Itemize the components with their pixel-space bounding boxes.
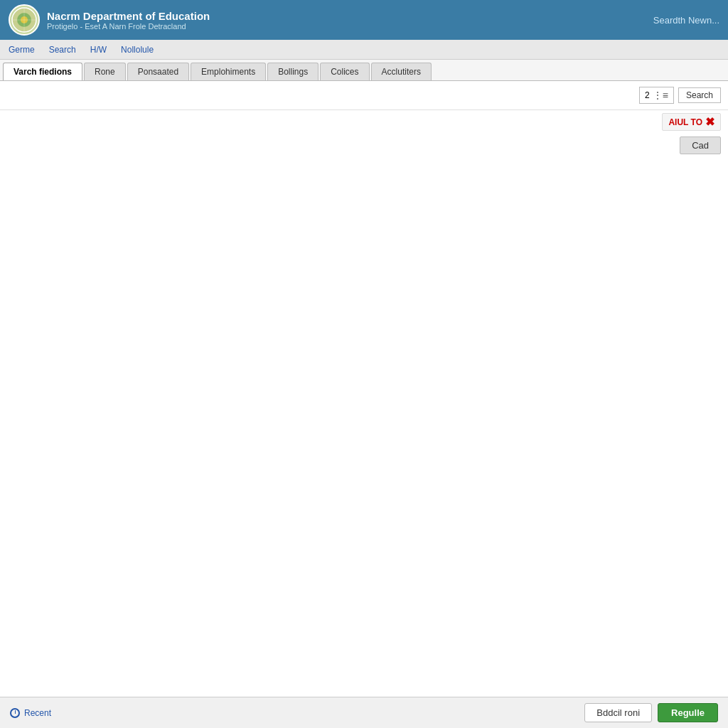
footer-left[interactable]: Recent xyxy=(10,708,51,718)
tags-row: AIUL TO ✖ xyxy=(0,110,728,134)
menu-item-search[interactable]: Search xyxy=(46,43,79,56)
tabs-bar: Varch fiedions Rone Ponsaated Emplohimen… xyxy=(0,60,728,81)
search-button[interactable]: Search xyxy=(678,87,721,103)
menubar: Germe Search H/W Nollolule xyxy=(0,40,728,60)
page-number: 2 xyxy=(645,90,650,100)
tab-varch-fiedions[interactable]: Varch fiedions xyxy=(3,63,82,80)
header-left: Nacrm Department of Education Protigelo … xyxy=(9,4,210,36)
page-indicator: 2 ⋮≡ xyxy=(639,87,674,104)
header-title-block: Nacrm Department of Education Protigelo … xyxy=(47,10,210,31)
tab-colices[interactable]: Colices xyxy=(320,63,369,80)
filter-icon: ⋮≡ xyxy=(653,90,668,101)
secondary-footer-button[interactable]: Bddcil roni xyxy=(584,703,652,722)
footer-right: Bddcil roni Regulle xyxy=(584,703,718,722)
tab-ponsaated[interactable]: Ponsaated xyxy=(127,63,189,80)
header-subtitle: Protigelo - Eset A Narn Frole Detracland xyxy=(47,22,210,31)
primary-footer-button[interactable]: Regulle xyxy=(658,703,718,722)
tab-rone[interactable]: Rone xyxy=(84,63,126,80)
tag-label: AIUL TO xyxy=(668,117,702,127)
tab-bollings[interactable]: Bollings xyxy=(267,63,318,80)
recent-icon xyxy=(10,708,20,718)
header: Nacrm Department of Education Protigelo … xyxy=(0,0,728,40)
header-title: Nacrm Department of Education xyxy=(47,10,210,22)
header-logo xyxy=(9,4,40,36)
content-toolbar: 2 ⋮≡ Search xyxy=(0,81,728,110)
cad-button-row: Cad xyxy=(0,134,728,157)
main-content: 2 ⋮≡ Search AIUL TO ✖ Cad xyxy=(0,81,728,697)
content-body xyxy=(0,157,728,569)
menu-item-germe[interactable]: Germe xyxy=(6,43,38,56)
menu-item-hw[interactable]: H/W xyxy=(87,43,109,56)
tag-close-icon[interactable]: ✖ xyxy=(705,115,714,129)
footer: Recent Bddcil roni Regulle xyxy=(0,697,728,728)
recent-label: Recent xyxy=(24,708,51,718)
tab-emplohiments[interactable]: Emplohiments xyxy=(191,63,266,80)
filter-tag-badge: AIUL TO ✖ xyxy=(662,113,721,131)
menu-item-nollolule[interactable]: Nollolule xyxy=(118,43,156,56)
tab-acclutiters[interactable]: Acclutiters xyxy=(371,63,432,80)
header-search-area: Seardth Newn... xyxy=(653,15,719,26)
cad-button[interactable]: Cad xyxy=(680,136,721,154)
